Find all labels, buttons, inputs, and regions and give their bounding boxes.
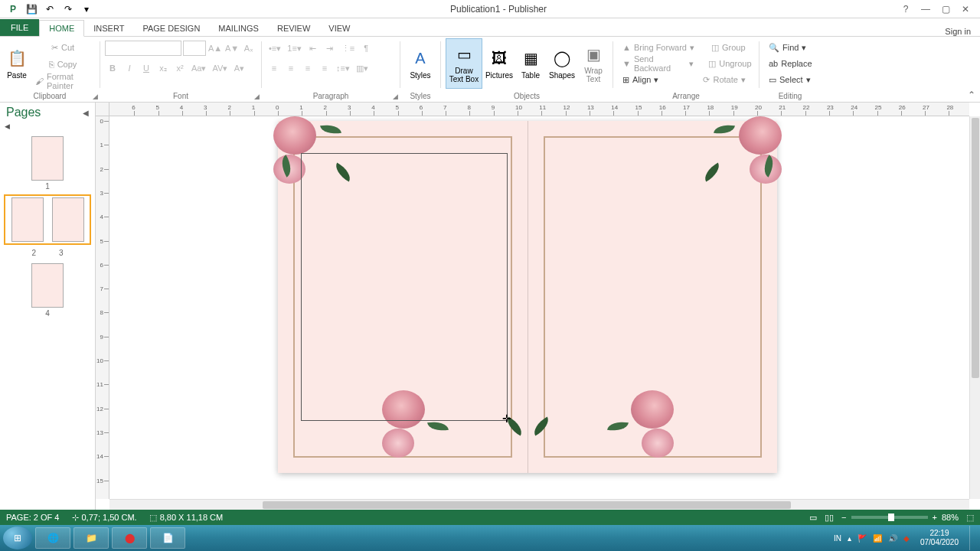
view-two-page-button[interactable]: ▯▯ xyxy=(825,513,834,523)
increase-indent-button[interactable]: ⇥ xyxy=(322,41,338,56)
cut-button[interactable]: ✂Cut xyxy=(31,40,95,55)
shapes-button[interactable]: ◯ Shapes xyxy=(545,38,579,89)
tray-volume-icon[interactable]: 🔊 xyxy=(888,534,897,543)
view-single-page-button[interactable]: ▭ xyxy=(809,513,817,523)
tab-review[interactable]: REVIEW xyxy=(268,21,319,36)
vertical-ruler[interactable]: 0123456789101112131415 xyxy=(96,116,109,499)
font-color-button[interactable]: A▾ xyxy=(231,60,247,76)
draw-text-box-button[interactable]: ▭ Draw Text Box xyxy=(446,38,482,89)
help-button[interactable]: ? xyxy=(897,2,914,16)
tray-lang[interactable]: IN xyxy=(834,534,841,543)
tray-clock[interactable]: 22:19 07/04/2020 xyxy=(916,529,963,547)
change-case-button[interactable]: Aa▾ xyxy=(189,60,208,76)
undo-button[interactable]: ↶ xyxy=(41,2,58,17)
minimize-button[interactable]: — xyxy=(917,2,934,16)
fit-page-button[interactable]: ⬚ xyxy=(966,513,974,523)
align-right-button[interactable]: ≡ xyxy=(300,60,315,76)
bring-forward-button[interactable]: ▲Bring Forward▾ xyxy=(618,40,699,55)
bold-button[interactable]: B xyxy=(105,60,120,76)
collapse-pages-button[interactable]: ◀ xyxy=(83,109,89,117)
tab-insert[interactable]: INSERT xyxy=(84,21,133,36)
tab-file[interactable]: FILE xyxy=(0,19,39,36)
rotate-button[interactable]: ⟳Rotate▾ xyxy=(698,72,750,87)
start-button[interactable]: ⊞ xyxy=(3,527,32,549)
font-launcher[interactable]: ◢ xyxy=(254,93,260,100)
styles-button[interactable]: A Styles xyxy=(405,38,436,89)
app-icon[interactable]: P xyxy=(5,2,21,17)
horizontal-scrollbar[interactable] xyxy=(109,499,969,510)
page-thumb-2-3[interactable]: 23 xyxy=(6,197,89,257)
paste-button[interactable]: 📋 Paste xyxy=(5,38,29,89)
page-2[interactable]: ✛ xyxy=(278,121,528,473)
tab-mailings[interactable]: MAILINGS xyxy=(209,21,268,36)
zoom-out-button[interactable]: − xyxy=(841,513,846,522)
tray-shield-icon[interactable]: ◆ xyxy=(903,534,910,543)
multilevel-button[interactable]: ⋮≡ xyxy=(339,41,357,56)
prev-arrow[interactable]: ◀ xyxy=(0,122,95,130)
line-spacing-button[interactable]: ↕≡▾ xyxy=(334,60,352,76)
justify-button[interactable]: ≡ xyxy=(317,60,332,76)
status-page[interactable]: PAGE: 2 OF 4 xyxy=(6,513,60,522)
page-thumb-1[interactable]: 1 xyxy=(6,136,89,191)
taskbar-chrome[interactable]: 🌐 xyxy=(35,527,70,549)
char-spacing-button[interactable]: AV▾ xyxy=(210,60,230,76)
format-painter-button[interactable]: 🖌Format Painter xyxy=(31,73,95,89)
tab-view[interactable]: VIEW xyxy=(319,21,359,36)
taskbar-explorer[interactable]: 📁 xyxy=(74,527,109,549)
save-button[interactable]: 💾 xyxy=(23,2,40,17)
numbering-button[interactable]: 1≡▾ xyxy=(285,41,304,56)
taskbar-recorder[interactable]: ⬤ xyxy=(112,527,147,549)
maximize-button[interactable]: ▢ xyxy=(937,2,954,16)
paragraph-launcher[interactable]: ◢ xyxy=(393,93,398,100)
find-button[interactable]: 🔍Find▾ xyxy=(764,40,816,55)
show-desktop-button[interactable] xyxy=(969,526,977,550)
decrease-indent-button[interactable]: ⇤ xyxy=(305,41,321,56)
clear-formatting-button[interactable]: Aₓ xyxy=(241,41,256,56)
textbox-being-drawn[interactable]: ✛ xyxy=(301,153,508,421)
pictures-button[interactable]: 🖼 Pictures xyxy=(482,38,516,89)
columns-button[interactable]: ▥▾ xyxy=(354,60,371,76)
font-name-input[interactable] xyxy=(105,41,181,56)
table-button[interactable]: ▦ Table xyxy=(516,38,545,89)
bring-forward-icon: ▲ xyxy=(622,43,631,52)
zoom-slider[interactable] xyxy=(851,516,928,519)
bullets-button[interactable]: •≡▾ xyxy=(266,41,283,56)
tray-expand-icon[interactable]: ▴ xyxy=(848,534,851,543)
canvas-area[interactable]: ✛ xyxy=(109,116,969,499)
close-button[interactable]: ✕ xyxy=(957,2,974,16)
subscript-button[interactable]: x₂ xyxy=(155,60,171,76)
page-3[interactable] xyxy=(528,121,777,473)
qat-customize[interactable]: ▾ xyxy=(78,2,95,17)
ungroup-button[interactable]: ◫Ungroup xyxy=(706,56,754,71)
replace-button[interactable]: abReplace xyxy=(764,56,816,71)
tab-home[interactable]: HOME xyxy=(39,20,84,37)
tray-network-icon[interactable]: 📶 xyxy=(873,534,882,543)
clipboard-launcher[interactable]: ◢ xyxy=(93,93,98,100)
wrap-text-button[interactable]: ▣ Wrap Text xyxy=(579,38,608,89)
collapse-ribbon-button[interactable]: ⌃ xyxy=(968,90,975,100)
underline-button[interactable]: U xyxy=(139,60,154,76)
grow-font-button[interactable]: A▲ xyxy=(207,41,223,56)
tab-page-design[interactable]: PAGE DESIGN xyxy=(133,21,209,36)
superscript-button[interactable]: x² xyxy=(172,60,188,76)
select-button[interactable]: ▭Select▾ xyxy=(764,72,816,87)
page-thumb-4[interactable]: 4 xyxy=(6,263,89,318)
align-left-button[interactable]: ≡ xyxy=(266,60,282,76)
align-button[interactable]: ⊞Align▾ xyxy=(618,72,663,87)
vertical-scrollbar[interactable] xyxy=(969,116,980,499)
shrink-font-button[interactable]: A▼ xyxy=(224,41,240,56)
italic-button[interactable]: I xyxy=(122,60,137,76)
zoom-level[interactable]: 88% xyxy=(942,513,959,522)
group-button[interactable]: ◫Group xyxy=(707,40,750,55)
zoom-in-button[interactable]: + xyxy=(933,513,937,522)
send-backward-button[interactable]: ▼Send Backward▾ xyxy=(618,56,698,71)
horizontal-ruler[interactable]: 6543210123456789101112131415161718192021… xyxy=(109,103,969,116)
redo-button[interactable]: ↷ xyxy=(60,2,77,17)
copy-button[interactable]: ⎘Copy xyxy=(31,57,95,72)
show-marks-button[interactable]: ¶ xyxy=(358,41,374,56)
font-size-input[interactable] xyxy=(183,41,206,56)
taskbar-publisher[interactable]: 📄 xyxy=(150,527,185,549)
align-center-button[interactable]: ≡ xyxy=(283,60,299,76)
tray-flag-icon[interactable]: 🚩 xyxy=(858,534,867,543)
sign-in-link[interactable]: Sign in xyxy=(945,27,980,36)
